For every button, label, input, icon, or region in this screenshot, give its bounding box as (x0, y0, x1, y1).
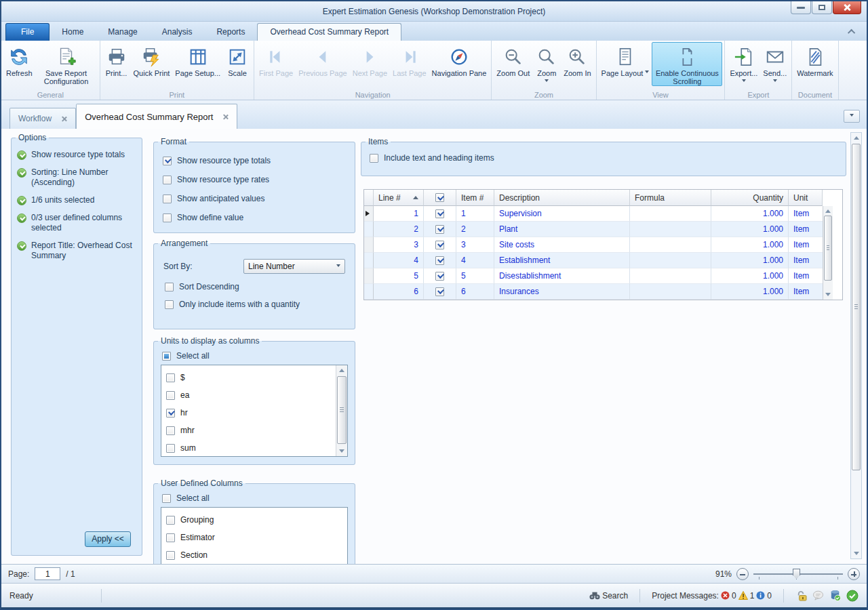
sort-by-select[interactable]: Line Number (243, 259, 345, 274)
page-layout-button[interactable]: Page Layout (599, 42, 652, 78)
checkbox[interactable] (370, 154, 378, 163)
close-tab-icon[interactable] (61, 116, 67, 122)
comment-icon[interactable] (812, 590, 824, 601)
checkbox[interactable] (435, 272, 444, 281)
checkbox[interactable] (435, 241, 444, 249)
ribbon-tab-home[interactable]: Home (50, 24, 96, 41)
print-button[interactable]: Print... (102, 42, 131, 78)
lock-icon[interactable] (795, 590, 807, 601)
next-page-button[interactable]: Next Page (350, 42, 390, 78)
checkbox[interactable] (163, 176, 172, 184)
checkbox[interactable] (435, 225, 444, 234)
tab-overhead-cost-summary-report[interactable]: Overhead Cost Summary Report (76, 104, 237, 129)
show-resource-type-rates-checkbox[interactable]: Show resource type rates (163, 175, 355, 184)
show-anticipated-values-checkbox[interactable]: Show anticipated values (163, 194, 355, 203)
scale-button[interactable]: Scale (223, 42, 252, 78)
zoom-slider-thumb[interactable] (793, 569, 800, 580)
tab-workflow[interactable]: Workflow (9, 108, 76, 129)
checkbox[interactable] (166, 391, 175, 400)
unit-option-ea[interactable]: ea (166, 386, 336, 404)
units-scrollbar[interactable] (336, 365, 347, 456)
zoom-in-button[interactable]: Zoom In (561, 42, 593, 78)
send-button[interactable]: Send... (760, 42, 789, 85)
zoom-out-button-small[interactable] (736, 568, 749, 580)
table-row[interactable]: 3 3 Site costs 1.000 Item (364, 237, 823, 253)
ribbon-tab-analysis[interactable]: Analysis (150, 24, 205, 41)
column-header-line[interactable]: Line # (374, 190, 424, 206)
scroll-down-icon[interactable] (851, 548, 861, 558)
watermark-button[interactable]: Watermark (794, 42, 835, 78)
checkbox[interactable] (163, 157, 172, 165)
table-scrollbar[interactable] (823, 206, 833, 300)
udc-option-grouping[interactable]: Grouping (166, 511, 347, 529)
checkbox[interactable] (162, 352, 171, 361)
sort-descending-checkbox[interactable]: Sort Descending (165, 282, 355, 291)
table-row[interactable]: 6 6 Insurances 1.000 Item (364, 284, 823, 300)
first-page-button[interactable]: First Page (256, 42, 296, 78)
column-header-unit[interactable]: Unit (789, 190, 823, 206)
column-header-item[interactable]: Item # (456, 190, 494, 206)
last-page-button[interactable]: Last Page (390, 42, 429, 78)
close-tab-icon[interactable] (222, 114, 229, 120)
enable-continuous-scrolling-button[interactable]: Enable Continuous Scrolling (652, 42, 722, 86)
table-row[interactable]: 2 2 Plant 1.000 Item (364, 222, 823, 237)
column-header-select-all[interactable] (424, 190, 456, 206)
ribbon-tab-reports[interactable]: Reports (204, 24, 257, 41)
checkbox[interactable] (165, 300, 174, 309)
unit-option-sum[interactable]: sum (166, 439, 336, 457)
previous-page-button[interactable]: Previous Page (296, 42, 350, 78)
zoom-out-button[interactable]: Zoom Out (494, 42, 532, 78)
unit-option-dollar[interactable]: $ (166, 369, 336, 386)
ribbon-tab-manage[interactable]: Manage (96, 24, 149, 41)
zoom-button[interactable]: Zoom (532, 42, 561, 85)
scrollbar-thumb[interactable] (337, 376, 347, 444)
database-status-icon[interactable] (829, 590, 841, 601)
checkbox[interactable] (435, 193, 444, 202)
close-button[interactable] (833, 1, 861, 14)
quick-print-button[interactable]: Quick Print (131, 42, 173, 78)
udc-select-all-checkbox[interactable]: Select all (162, 493, 355, 503)
checkbox[interactable] (163, 214, 172, 222)
maximize-button[interactable] (812, 1, 832, 14)
udc-option-section[interactable]: Section (166, 546, 347, 564)
unit-option-hr[interactable]: hr (166, 404, 336, 422)
minimize-button[interactable] (791, 1, 811, 14)
table-row[interactable]: 1 1 Supervision 1.000 Item (364, 206, 823, 222)
checkbox[interactable] (162, 494, 171, 503)
search-button[interactable]: Search (589, 591, 628, 601)
checkbox[interactable] (166, 426, 175, 435)
scroll-up-icon[interactable] (336, 365, 347, 375)
checkbox[interactable] (435, 256, 444, 265)
table-row[interactable]: 4 4 Establishment 1.000 Item (364, 253, 823, 268)
ribbon-tab-file[interactable]: File (5, 23, 50, 41)
unit-option-mhr[interactable]: mhr (166, 422, 336, 439)
checkbox[interactable] (435, 287, 444, 296)
collapse-ribbon-button[interactable] (845, 26, 860, 37)
column-header-description[interactable]: Description (494, 190, 630, 206)
zoom-slider[interactable] (753, 567, 843, 581)
page-number-input[interactable] (35, 567, 60, 580)
refresh-button[interactable]: Refresh (3, 42, 35, 78)
udc-option-estimator[interactable]: Estimator (166, 529, 347, 546)
navigation-pane-button[interactable]: Navigation Pane (429, 42, 490, 78)
scrollbar-thumb[interactable] (824, 216, 832, 281)
show-define-value-checkbox[interactable]: Show define value (163, 213, 355, 222)
project-messages[interactable]: Project Messages: 0 1 0 (652, 591, 772, 601)
scroll-down-icon[interactable] (823, 289, 833, 300)
include-text-and-heading-items-checkbox[interactable]: Include text and heading items (370, 153, 846, 163)
apply-button[interactable]: Apply << (85, 531, 131, 547)
zoom-in-button-small[interactable] (848, 568, 860, 580)
show-resource-type-totals-checkbox[interactable]: Show resource type totals (163, 156, 355, 165)
export-button[interactable]: Export... (727, 42, 760, 85)
checkbox[interactable] (166, 516, 175, 525)
page-setup-button[interactable]: Page Setup... (172, 42, 223, 78)
table-row[interactable]: 5 5 Disestablishment 1.000 Item (364, 268, 823, 284)
checkbox[interactable] (165, 283, 174, 291)
checkbox[interactable] (166, 444, 175, 453)
scrollbar-thumb[interactable] (852, 144, 861, 470)
scroll-up-icon[interactable] (851, 133, 861, 143)
checkbox[interactable] (166, 409, 175, 418)
units-select-all-checkbox[interactable]: Select all (162, 351, 355, 361)
status-ok-icon[interactable] (846, 590, 859, 602)
save-report-configuration-button[interactable]: Save Report Configuration (35, 42, 98, 86)
